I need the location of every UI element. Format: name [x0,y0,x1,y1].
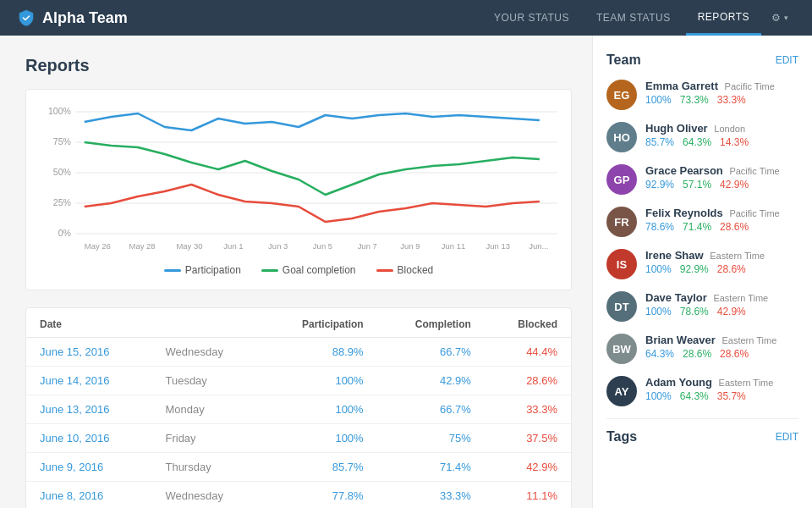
team-member[interactable]: AY Adam Young Eastern Time 100% 64.3% 35… [606,376,798,406]
stat-completion: 92.9% [680,263,709,275]
avatar: HO [606,122,637,152]
cell-blocked: 11.1% [485,482,571,509]
team-member[interactable]: GP Grace Pearson Pacific Time 92.9% 57.1… [606,164,798,195]
stat-blocked: 42.9% [717,306,746,318]
svg-text:Jun 13: Jun 13 [486,242,511,251]
participation-dot [164,269,181,272]
svg-text:Jun 1: Jun 1 [223,242,243,251]
col-date: Date [26,308,151,338]
team-edit-link[interactable]: EDIT [776,54,798,66]
member-stats: 100% 64.3% 35.7% [645,390,798,402]
nav-team-status[interactable]: TEAM STATUS [584,0,683,36]
member-stats: 78.6% 71.4% 28.6% [645,221,798,233]
cell-participation: 85.7% [262,453,377,482]
member-info: Adam Young Eastern Time 100% 64.3% 35.7% [645,376,798,402]
svg-text:100%: 100% [48,107,71,116]
member-timezone: Eastern Time [721,335,776,345]
member-name: Hugh Oliver [645,122,708,135]
svg-text:Jun 3: Jun 3 [268,242,288,251]
tags-header: Tags EDIT [606,429,798,444]
member-name-row: Emma Garrett Pacific Time [645,80,798,92]
col-participation: Participation [262,308,377,338]
cell-completion: 66.7% [377,338,485,367]
svg-text:May 28: May 28 [129,242,156,251]
nav-reports[interactable]: REPORTS [686,0,761,36]
legend-goal-completion: Goal completion [261,264,356,276]
member-info: Emma Garrett Pacific Time 100% 73.3% 33.… [645,80,798,106]
member-timezone: Eastern Time [713,293,768,303]
tags-edit-link[interactable]: EDIT [776,431,798,443]
member-timezone: Pacific Time [729,208,779,218]
stat-participation: 64.3% [645,348,674,360]
cell-participation: 88.9% [262,338,377,367]
svg-text:May 26: May 26 [85,242,111,251]
member-timezone: Eastern Time [710,251,765,261]
stat-completion: 64.3% [680,390,709,402]
member-name: Irene Shaw [645,249,704,262]
participation-label: Participation [185,264,241,276]
settings-gear[interactable]: ⚙ ▾ [765,12,795,24]
svg-text:75%: 75% [53,137,71,146]
stat-blocked: 14.3% [720,136,749,148]
svg-text:25%: 25% [53,198,71,207]
svg-text:0%: 0% [58,229,71,238]
member-timezone: Pacific Time [729,166,779,176]
avatar: DT [606,291,637,322]
member-info: Brian Weaver Eastern Time 64.3% 28.6% 28… [645,334,798,360]
member-timezone: London [714,124,745,134]
cell-date[interactable]: June 14, 2016 [26,367,151,395]
team-member[interactable]: DT Dave Taylor Eastern Time 100% 78.6% 4… [606,291,798,322]
cell-day: Tuesday [151,367,261,395]
team-member[interactable]: EG Emma Garrett Pacific Time 100% 73.3% … [606,80,798,110]
team-member[interactable]: HO Hugh Oliver London 85.7% 64.3% 14.3% [606,122,798,152]
team-member[interactable]: BW Brian Weaver Eastern Time 64.3% 28.6%… [606,334,798,364]
app-title: Alpha Team [42,9,128,27]
member-timezone: Eastern Time [719,378,774,388]
avatar: GP [606,164,637,195]
nav-your-status[interactable]: YOUR STATUS [482,0,581,36]
stat-participation: 85.7% [645,136,674,148]
cell-day: Wednesday [151,338,261,367]
right-panel: Team EDIT EG Emma Garrett Pacific Time 1… [592,36,812,508]
cell-day: Friday [151,424,261,453]
avatar: FR [606,207,637,237]
blocked-label: Blocked [398,264,434,276]
table-row: June 8, 2016 Wednesday 77.8% 33.3% 11.1% [26,482,571,509]
stat-completion: 57.1% [683,179,711,190]
table-row: June 9, 2016 Thursday 85.7% 71.4% 42.9% [26,453,571,482]
legend-blocked: Blocked [376,264,434,276]
cell-date[interactable]: June 8, 2016 [26,482,151,509]
svg-text:Jun 9: Jun 9 [400,242,420,251]
stat-blocked: 42.9% [720,179,749,190]
cell-date[interactable]: June 13, 2016 [26,395,151,424]
member-stats: 100% 73.3% 33.3% [645,94,798,106]
member-name: Brian Weaver [645,334,716,346]
gear-chevron: ▾ [784,14,788,22]
chart-area: 100% 75% 50% 25% 0% May 26 May 28 May 30… [40,103,557,256]
stat-completion: 78.6% [680,306,709,318]
svg-text:Jun...: Jun... [529,242,548,251]
member-name: Emma Garrett [645,80,718,92]
cell-participation: 100% [262,395,377,424]
member-name: Felix Reynolds [645,207,723,219]
cell-date[interactable]: June 9, 2016 [26,453,151,482]
team-member[interactable]: FR Felix Reynolds Pacific Time 78.6% 71.… [606,207,798,237]
stat-blocked: 28.6% [717,263,746,275]
member-stats: 92.9% 57.1% 42.9% [645,179,798,190]
cell-completion: 75% [377,424,485,453]
main-layout: Reports 100% 75% 50% 25% 0% [0,36,812,508]
avatar: IS [606,249,637,279]
cell-participation: 100% [262,424,377,453]
nav-links: YOUR STATUS TEAM STATUS REPORTS ⚙ ▾ [482,0,795,36]
team-member[interactable]: IS Irene Shaw Eastern Time 100% 92.9% 28… [606,249,798,279]
table-row: June 15, 2016 Wednesday 88.9% 66.7% 44.4… [26,338,571,367]
chart-svg: 100% 75% 50% 25% 0% May 26 May 28 May 30… [40,103,557,256]
cell-date[interactable]: June 10, 2016 [26,424,151,453]
member-info: Grace Pearson Pacific Time 92.9% 57.1% 4… [645,164,798,190]
member-name-row: Grace Pearson Pacific Time [645,164,798,177]
cell-date[interactable]: June 15, 2016 [26,338,151,367]
member-name-row: Dave Taylor Eastern Time [645,291,798,304]
table-row: June 10, 2016 Friday 100% 75% 37.5% [26,424,571,453]
cell-completion: 42.9% [377,367,485,395]
svg-text:Jun 11: Jun 11 [442,242,466,251]
